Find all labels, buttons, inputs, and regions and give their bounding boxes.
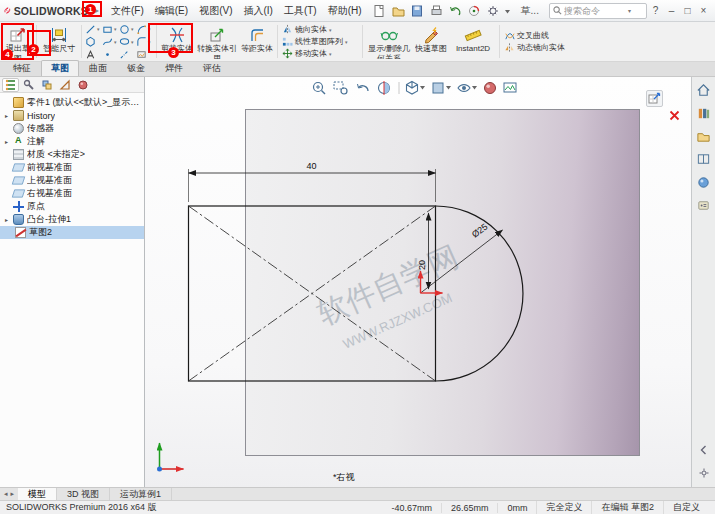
- units-selector[interactable]: 自定义: [663, 501, 709, 514]
- close-button[interactable]: ×: [696, 4, 711, 17]
- polygon-tool[interactable]: [85, 35, 102, 48]
- command-search[interactable]: ▾: [549, 3, 647, 19]
- sketch-picture-tool[interactable]: [136, 48, 153, 61]
- featuremanager-tab[interactable]: [2, 78, 19, 92]
- tree-item-top-plane[interactable]: 上视基准面: [0, 174, 144, 187]
- zoom-fit-icon[interactable]: [314, 83, 326, 95]
- menu-help[interactable]: 帮助(H): [323, 2, 367, 20]
- apply-scene-icon[interactable]: [504, 83, 516, 92]
- section-view-icon[interactable]: [379, 81, 390, 95]
- save-icon[interactable]: [412, 6, 421, 16]
- hide-show-items-icon[interactable]: [458, 85, 477, 92]
- tree-item-right-plane[interactable]: 右视基准面: [0, 187, 144, 200]
- displaymanager-tab[interactable]: [74, 78, 91, 92]
- configurationmanager-tab[interactable]: [38, 78, 55, 92]
- tree-item-sensors[interactable]: 传感器: [0, 122, 144, 135]
- solidworks-resources-icon[interactable]: [696, 82, 712, 98]
- undo-icon[interactable]: [450, 7, 459, 15]
- corner-rectangle-tool[interactable]: [102, 23, 119, 36]
- view-orientation-icon[interactable]: [407, 82, 426, 95]
- search-input[interactable]: [564, 6, 626, 16]
- tab-surfaces[interactable]: 曲面: [79, 60, 117, 76]
- tree-item-history[interactable]: History: [0, 109, 144, 122]
- intersection-curve-button[interactable]: 交叉曲线: [502, 30, 582, 41]
- display-style-icon[interactable]: [433, 83, 451, 93]
- search-dropdown-icon[interactable]: ▾: [628, 7, 631, 14]
- menu-expand-icon[interactable]: ▸: [89, 6, 105, 15]
- move-entities-button[interactable]: 移动实体▾: [280, 48, 360, 59]
- menu-edit[interactable]: 编辑(E): [150, 2, 193, 20]
- tab-features[interactable]: 特征: [3, 60, 41, 76]
- edit-appearance-icon[interactable]: [485, 83, 496, 94]
- expand-arrow-icon[interactable]: [3, 112, 10, 119]
- point-tool[interactable]: [102, 48, 119, 61]
- open-icon[interactable]: [393, 8, 404, 16]
- minimize-button[interactable]: –: [664, 4, 679, 17]
- file-explorer-icon[interactable]: [696, 128, 712, 144]
- linear-sketch-pattern-button[interactable]: 线性草图阵列▾: [280, 36, 360, 47]
- convert-entities-button[interactable]: 转换实体引用: [196, 23, 238, 60]
- trim-entities-button[interactable]: 剪裁实体: [159, 23, 195, 60]
- spline-tool[interactable]: [102, 35, 119, 48]
- expand-arrow-icon[interactable]: [3, 138, 10, 145]
- scroll-left-icon[interactable]: ◂: [4, 490, 8, 498]
- sketch-fillet-tool[interactable]: [136, 35, 153, 48]
- menu-view[interactable]: 视图(V): [194, 2, 237, 20]
- dimension-width[interactable]: 40: [189, 161, 436, 202]
- tab-weldments[interactable]: 焊件: [155, 60, 193, 76]
- zoom-to-area-icon[interactable]: [334, 82, 347, 94]
- tree-item-material[interactable]: 材质 <未指定>: [0, 148, 144, 161]
- tree-item-annotations[interactable]: 注解: [0, 135, 144, 148]
- pane-collapse-icon[interactable]: [696, 442, 712, 458]
- tab-model[interactable]: 模型: [18, 488, 57, 500]
- expand-arrow-icon[interactable]: [3, 216, 10, 223]
- confirm-corner-cancel-button[interactable]: [667, 108, 682, 123]
- offset-entities-button[interactable]: 等距实体: [239, 23, 275, 60]
- tab-motion-study[interactable]: 运动算例1: [110, 488, 172, 500]
- tree-item-front-plane[interactable]: 前视基准面: [0, 161, 144, 174]
- text-tool[interactable]: [85, 48, 102, 61]
- smart-dimension-button[interactable]: 智能尺寸: [39, 23, 79, 60]
- mirror-entities-button[interactable]: 镜向实体▾: [280, 24, 360, 35]
- rebuild-icon[interactable]: [469, 6, 478, 15]
- editing-status[interactable]: 在编辑 草图2: [591, 501, 663, 514]
- pane-options-icon[interactable]: [696, 465, 712, 481]
- tree-item-sketch2[interactable]: 草图2: [0, 226, 144, 239]
- tree-item-part[interactable]: 零件1 (默认<<默认>_显示状态 1>): [0, 96, 144, 109]
- quick-sketch-button[interactable]: 快速草图: [414, 23, 448, 60]
- menu-insert[interactable]: 插入(I): [238, 2, 277, 20]
- dimxpertmanager-tab[interactable]: [56, 78, 73, 92]
- line-tool[interactable]: [85, 23, 102, 36]
- tab-sketch[interactable]: 草图: [41, 60, 79, 76]
- view-palette-icon[interactable]: [696, 151, 712, 167]
- design-library-icon[interactable]: [696, 105, 712, 121]
- menu-file[interactable]: 文件(F): [106, 2, 149, 20]
- new-document-icon[interactable]: [375, 5, 383, 16]
- tree-item-origin[interactable]: 原点: [0, 200, 144, 213]
- circle-tool[interactable]: [119, 23, 136, 36]
- tab-evaluate[interactable]: 评估: [193, 60, 231, 76]
- centerline-tool[interactable]: [119, 48, 136, 61]
- arc-tool[interactable]: [136, 23, 153, 36]
- options-gear-icon[interactable]: [488, 6, 498, 16]
- custom-properties-icon[interactable]: [696, 197, 712, 213]
- instant2d-button[interactable]: Instant2D: [449, 23, 497, 60]
- tab-scroll-arrows[interactable]: ◂▸: [0, 488, 18, 500]
- tab-sheet-metal[interactable]: 钣金: [117, 60, 155, 76]
- previous-view-icon[interactable]: [358, 84, 369, 91]
- dynamic-mirror-button[interactable]: 动态镜向实体: [502, 42, 582, 53]
- tab-3d-views[interactable]: 3D 视图: [57, 488, 110, 500]
- confirm-corner-exit-sketch-button[interactable]: [646, 90, 663, 107]
- propertymanager-tab[interactable]: [20, 78, 37, 92]
- print-icon[interactable]: [432, 6, 441, 15]
- maximize-button[interactable]: □: [680, 4, 695, 17]
- ellipse-tool[interactable]: [119, 35, 136, 48]
- graphics-area[interactable]: 软件自学网 WWW.RJZXW.COM 40: [145, 77, 691, 487]
- display-delete-relations-button[interactable]: 显示/删除几何关系: [365, 23, 413, 60]
- exit-sketch-button[interactable]: 退出草图: [2, 23, 34, 60]
- menu-tools[interactable]: 工具(T): [279, 2, 322, 20]
- scroll-right-icon[interactable]: ▸: [11, 490, 15, 498]
- toolbar-dropdown-icon[interactable]: [505, 10, 510, 14]
- tree-item-boss-extrude[interactable]: 凸台-拉伸1: [0, 213, 144, 226]
- appearances-scenes-icon[interactable]: [696, 174, 712, 190]
